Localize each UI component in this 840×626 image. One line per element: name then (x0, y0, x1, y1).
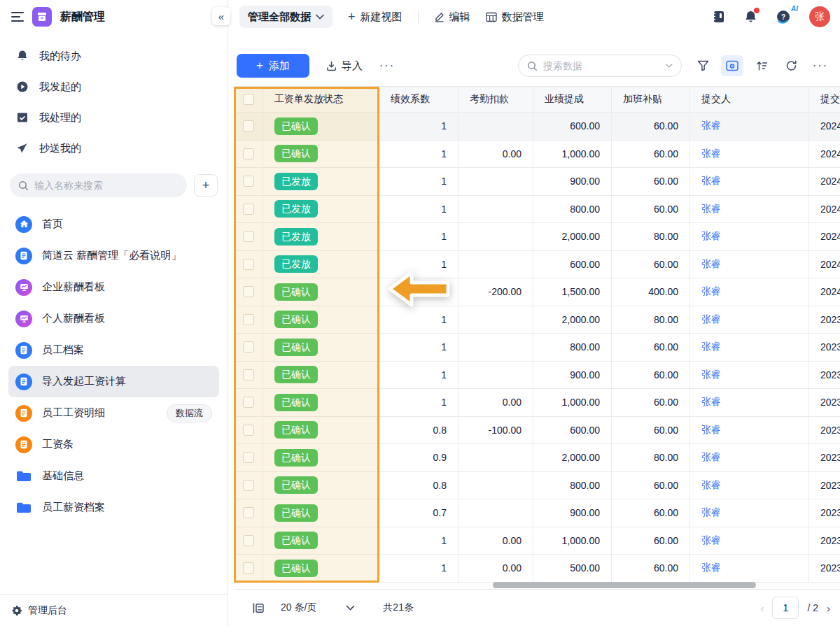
collapse-sidebar-button[interactable]: « (212, 7, 230, 25)
table-row[interactable]: 已发放1800.0060.00张睿2024 (234, 196, 840, 224)
table-row[interactable]: 已确认0.8-100.00600.0060.00张睿2023 (234, 417, 840, 445)
submitter-link[interactable]: 张睿 (701, 230, 721, 243)
row-checkbox[interactable] (243, 286, 254, 297)
row-checkbox[interactable] (243, 341, 254, 353)
submitter-link[interactable]: 张睿 (701, 424, 721, 436)
table-row[interactable]: 已确认-200.001,500.00400.00张睿2024 (234, 278, 840, 306)
submitter-link[interactable]: 张睿 (701, 396, 721, 408)
data-search[interactable] (518, 55, 682, 77)
chevron-down-icon[interactable] (666, 63, 673, 69)
submitter-link[interactable]: 张睿 (701, 120, 721, 132)
sidebar-item-home[interactable]: 首页 (8, 208, 219, 240)
submitter-link[interactable]: 张睿 (701, 313, 721, 326)
notification-bell-icon[interactable] (744, 10, 757, 24)
submitter-link[interactable]: 张睿 (701, 562, 721, 574)
edit-button[interactable]: 编辑 (434, 10, 470, 24)
row-checkbox[interactable] (243, 535, 254, 546)
sidebar-item-todo[interactable]: 我的待办 (8, 41, 219, 71)
column-header-submitter[interactable]: 提交人 (690, 87, 809, 113)
submitter-link[interactable]: 张睿 (701, 258, 721, 271)
sidebar-item-initiated[interactable]: 我发起的 (8, 71, 219, 102)
data-search-input[interactable] (543, 60, 660, 71)
data-manage-button[interactable]: 数据管理 (486, 10, 544, 24)
submitter-link[interactable]: 张睿 (701, 506, 721, 519)
submitter-link[interactable]: 张睿 (701, 479, 721, 492)
table-row[interactable]: 已确认10.001,000.0060.00张睿2023 (234, 527, 840, 555)
submitter-link[interactable]: 张睿 (701, 285, 721, 298)
toolbar-more-button[interactable]: ··· (379, 59, 395, 72)
table-row[interactable]: 已确认0.8800.0060.00张睿2023 (234, 472, 840, 500)
page-size-select[interactable]: 20 条/页 (281, 602, 316, 614)
sidebar-item-payslip[interactable]: 工资条 (8, 429, 219, 460)
row-checkbox[interactable] (243, 452, 254, 463)
table-row[interactable]: 已确认10.00500.0060.00张睿2023 (234, 555, 840, 583)
sidebar-item-cc[interactable]: 抄送我的 (8, 133, 219, 164)
journal-icon[interactable] (712, 10, 726, 24)
row-checkbox[interactable] (243, 259, 254, 270)
row-checkbox[interactable] (243, 204, 254, 215)
table-row[interactable]: 已确认10.001,000.0060.00张睿2024 (234, 141, 840, 169)
column-header-status[interactable]: 工资单发放状态 (263, 87, 379, 113)
sort-icon[interactable] (750, 55, 773, 76)
row-checkbox[interactable] (243, 425, 254, 436)
next-page-button[interactable]: › (827, 602, 830, 614)
sidebar-search-input[interactable] (34, 180, 178, 191)
import-button[interactable]: 导入 (326, 59, 363, 73)
filter-icon[interactable] (692, 55, 714, 76)
row-checkbox[interactable] (243, 314, 254, 325)
row-checkbox[interactable] (243, 231, 254, 242)
submitter-link[interactable]: 张睿 (701, 341, 721, 353)
submitter-link[interactable]: 张睿 (701, 203, 721, 215)
view-switcher[interactable]: 管理全部数据 (239, 6, 332, 28)
column-header-deduction[interactable]: 考勤扣款 (458, 87, 533, 113)
menu-icon[interactable] (11, 12, 24, 22)
help-ai-icon[interactable]: ? AI (776, 9, 791, 24)
sidebar-item-salary-archive[interactable]: 员工薪资档案 (8, 492, 219, 523)
row-checkbox[interactable] (243, 562, 254, 574)
row-checkbox[interactable] (243, 397, 254, 408)
table-row[interactable]: 已发放1600.0060.00张睿2024 (234, 251, 840, 279)
row-checkbox[interactable] (243, 120, 254, 131)
prev-page-button[interactable]: ‹ (760, 602, 764, 614)
sidebar-item-personal-dashboard[interactable]: 个人薪酬看板 (8, 303, 219, 334)
submitter-link[interactable]: 张睿 (701, 534, 721, 547)
submitter-link[interactable]: 张睿 (701, 148, 721, 160)
sidebar-item-processed[interactable]: 我处理的 (8, 102, 219, 133)
table-row[interactable]: 已确认1900.0060.00张睿2023 (234, 362, 840, 390)
add-app-button[interactable]: + (194, 174, 218, 197)
row-checkbox[interactable] (243, 507, 254, 518)
refresh-icon[interactable] (780, 55, 802, 76)
column-header-overtime[interactable]: 加班补贴 (612, 87, 690, 113)
sidebar-item-salary-detail[interactable]: 员工工资明细 数据流 (8, 397, 219, 429)
horizontal-scrollbar[interactable] (493, 582, 756, 588)
sidebar-item-company-dashboard[interactable]: 企业薪酬看板 (8, 271, 219, 303)
user-avatar[interactable]: 张 (809, 6, 830, 27)
sidebar-item-import-salary-calc[interactable]: 导入发起工资计算 (8, 366, 219, 397)
table-row[interactable]: 已发放12,000.0080.00张睿2024 (234, 223, 840, 251)
table-row[interactable]: 已确认0.92,000.0080.00张睿2023 (234, 444, 840, 472)
display-settings-icon[interactable] (721, 55, 743, 76)
submitter-link[interactable]: 张睿 (701, 451, 721, 464)
select-all-checkbox[interactable] (243, 94, 254, 105)
add-record-button[interactable]: + 添加 (237, 54, 309, 78)
sidebar-item-readme[interactable]: 简道云 薪酬管理「必看说明」 (8, 240, 219, 271)
row-checkbox[interactable] (243, 176, 254, 187)
page-number-input[interactable] (772, 597, 799, 619)
row-checkbox[interactable] (243, 148, 254, 159)
table-row[interactable]: 已发放1900.0060.00张睿2024 (234, 168, 840, 196)
column-header-commission[interactable]: 业绩提成 (533, 87, 612, 113)
table-row[interactable]: 已确认0.7900.0060.00张睿2023 (234, 499, 840, 527)
table-row[interactable]: 已确认1600.0060.00张睿2024 (234, 113, 840, 141)
chevron-down-icon[interactable] (346, 605, 355, 611)
submitter-link[interactable]: 张睿 (701, 175, 721, 187)
table-more-button[interactable]: ··· (809, 55, 832, 76)
submitter-link[interactable]: 张睿 (701, 369, 721, 381)
column-header-submit-time[interactable]: 提交 (809, 87, 840, 113)
app-logo-icon[interactable] (32, 7, 52, 27)
table-row[interactable]: 已确认12,000.0080.00张睿2023 (234, 306, 840, 334)
new-view-button[interactable]: + 新建视图 (348, 10, 402, 24)
column-header-coefficient[interactable]: 绩效系数 (379, 87, 458, 113)
sidebar-item-basic-info[interactable]: 基础信息 (8, 460, 219, 492)
table-row[interactable]: 已确认1800.0060.00张睿2023 (234, 334, 840, 362)
sidebar-search[interactable] (10, 173, 187, 197)
